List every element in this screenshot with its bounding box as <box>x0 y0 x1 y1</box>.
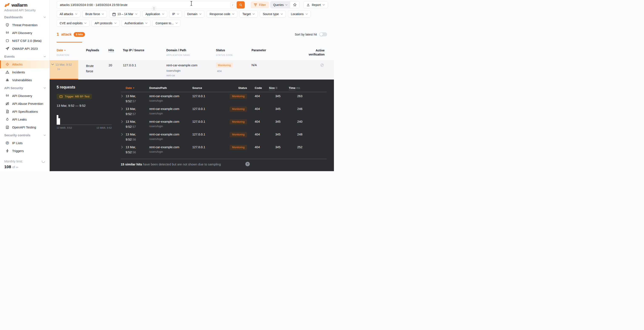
chart-bar <box>58 118 60 125</box>
request-size: 345 <box>266 120 280 123</box>
filter-chip-label: 13 – 14 Mar <box>117 12 133 16</box>
req-col-code: Code <box>255 86 262 90</box>
search-expander[interactable] <box>152 6 156 10</box>
filter-chip-application[interactable]: Application <box>142 11 167 17</box>
col-header-domain: Domain / Path <box>166 48 186 52</box>
req-col-size[interactable]: Size B <box>269 86 278 90</box>
filter-chip-api-protocols[interactable]: API protocols <box>92 20 119 26</box>
filter-chip-brute-force[interactable]: Brute force <box>82 11 107 17</box>
request-code: 404 <box>255 133 260 136</box>
filter-chip-target[interactable]: Target <box>239 11 258 17</box>
filter-chip-locations[interactable]: Locations <box>288 11 311 17</box>
sidebar-item-api-specifications[interactable]: API Specifications <box>0 108 50 116</box>
col-header-parameter: Parameter <box>252 48 266 52</box>
sidebar-item-api-abuse-prevention[interactable]: API Abuse Prevention <box>0 100 50 108</box>
sidebar-item-api-discovery[interactable]: API Discovery <box>0 92 50 100</box>
table-divider-bottom <box>121 159 327 159</box>
sidebar-section-events[interactable]: Events <box>0 52 50 60</box>
biohazard-icon <box>5 78 9 82</box>
sort-toggle[interactable] <box>319 32 327 36</box>
attack-top-ip: 127.0.0.1 <box>123 63 136 67</box>
search-icon <box>239 3 242 7</box>
expand-chevron-icon[interactable] <box>121 95 123 97</box>
col-subheader-duration: DURATION <box>57 54 69 56</box>
request-row[interactable]: 13 Mar,9:52:57rent-car-example.com/users… <box>121 118 327 131</box>
sidebar-item-label: Threat Prevention <box>12 23 38 27</box>
req-col-domain: Domain/Path <box>149 86 167 90</box>
chevron-down-icon <box>44 16 46 18</box>
req-col-time[interactable]: Time ms <box>289 86 300 90</box>
sort-label: Sort by latest hit <box>295 33 317 36</box>
sidebar-item-label: OWASP API 2023 <box>12 47 38 50</box>
sidebar-item-triggers[interactable]: Triggers <box>0 147 50 155</box>
req-col-date[interactable]: Date ▼ <box>126 86 134 90</box>
sidebar-section-api-security[interactable]: API Security <box>0 84 50 92</box>
sidebar-item-attacks[interactable]: Attacks <box>0 60 50 68</box>
help-icon[interactable]: ? <box>245 162 250 166</box>
filter-chip-response-code[interactable]: Response code <box>206 11 237 17</box>
queries-dropdown[interactable]: Queries <box>270 1 290 8</box>
sidebar-item-api-leaks[interactable]: API Leaks <box>0 116 50 123</box>
request-path: /users/login <box>149 99 163 102</box>
filter-button[interactable]: Filter <box>251 1 269 8</box>
chevron-down-icon <box>177 13 179 15</box>
sidebar-item-threat-prevention[interactable]: Threat Prevention <box>0 21 50 29</box>
request-path: /users/login <box>149 138 163 141</box>
expand-chevron-icon[interactable] <box>121 133 123 136</box>
request-date: 13 Mar, <box>126 107 136 111</box>
sidebar-item-openapi-testing[interactable]: OpenAPI Testing <box>0 123 50 131</box>
col-header-date[interactable]: Date ▼ <box>57 48 66 52</box>
search-button[interactable] <box>236 1 245 8</box>
sidebar-item-vulnerabilities[interactable]: Vulnerabilities <box>0 76 50 84</box>
request-source: 127.0.0.1 <box>192 133 205 136</box>
filter-chip-ip[interactable]: IP <box>169 11 182 17</box>
filter-chip-compare-to[interactable]: Compare to... <box>152 20 180 26</box>
section-label: Dashboards <box>4 15 23 19</box>
col-header-hits[interactable]: Hits <box>108 48 114 52</box>
search-input[interactable]: attacks 13/03/2024 0:00 - 14/03/2024 23:… <box>60 3 230 6</box>
sidebar-section-security-controls[interactable]: Security controls <box>0 131 50 139</box>
trigger-badge[interactable]: Trigger: MB BF-Test <box>57 94 92 99</box>
sidebar-item-incidents[interactable]: Incidents <box>0 68 50 76</box>
filter-chip-cve-and-exploits[interactable]: CVE and exploits <box>57 20 90 26</box>
filter-chip-domain[interactable]: Domain <box>184 11 204 17</box>
chevron-down-icon <box>135 13 137 15</box>
request-time-ms: 246 <box>287 107 302 111</box>
expand-chevron-icon[interactable] <box>121 120 123 123</box>
sidebar-section-dashboards[interactable]: Dashboards <box>0 13 50 21</box>
request-row[interactable]: 13 Mar,9:52:56rent-car-example.com/users… <box>121 131 327 144</box>
warning-triangle-icon <box>5 70 9 74</box>
filter-chip-13-14-mar[interactable]: 13 – 14 Mar <box>109 11 140 17</box>
sidebar-item-api-discovery[interactable]: API Discovery <box>0 29 50 37</box>
request-row[interactable]: 13 Mar,9:52:57rent-car-example.com/users… <box>121 93 327 106</box>
sidebar-item-ip-lists[interactable]: IPIP Lists <box>0 139 50 147</box>
chevron-down-icon <box>281 13 283 15</box>
request-row[interactable]: 13 Mar,9:52:56rent-car-example.com/users… <box>121 144 327 157</box>
filter-chip-label: IP <box>172 12 175 16</box>
filter-chip-source-type[interactable]: Source type <box>260 11 286 17</box>
box-check-icon <box>5 125 9 129</box>
ip-circle-icon: IP <box>5 141 9 145</box>
filter-chip-authentication[interactable]: Authentication <box>122 20 150 26</box>
expand-chevron-icon[interactable] <box>121 146 123 149</box>
brand-logo[interactable]: wallarm Advanced API Security <box>4 2 36 12</box>
request-date: 13 Mar, <box>126 94 136 98</box>
monthly-limit-suffix: of ∞ <box>12 165 18 169</box>
request-date: 13 Mar, <box>126 146 136 149</box>
request-time-ms: 240 <box>287 120 302 123</box>
sidebar-item-nist-csf-2-0-beta[interactable]: NIST CSF 2.0 (Beta) <box>0 37 50 45</box>
expand-chevron-icon[interactable] <box>121 108 123 110</box>
request-code: 404 <box>255 94 260 98</box>
chevron-down-icon <box>102 13 104 15</box>
report-button[interactable]: Report <box>303 1 328 8</box>
request-size: 345 <box>266 107 280 111</box>
filter-chip-all-attacks[interactable]: All attacks <box>57 11 80 17</box>
sidebar-item-owasp-api-2023[interactable]: OWASP API 2023 <box>0 45 50 52</box>
request-row[interactable]: 13 Mar,9:52:57rent-car-example.com/users… <box>121 106 327 118</box>
sampling-note: 15 similar hits have been detected but a… <box>121 163 221 166</box>
favorite-query-button[interactable] <box>290 1 300 8</box>
collapse-chevron-icon[interactable] <box>51 64 54 65</box>
attack-row[interactable]: 13 Mar, 9:52 1s Brute force 20 127.0.0.1… <box>50 60 334 80</box>
request-rows: 13 Mar,9:52:57rent-car-example.com/users… <box>121 93 327 157</box>
col-header-top-ip: Top IP / Source <box>123 48 144 52</box>
